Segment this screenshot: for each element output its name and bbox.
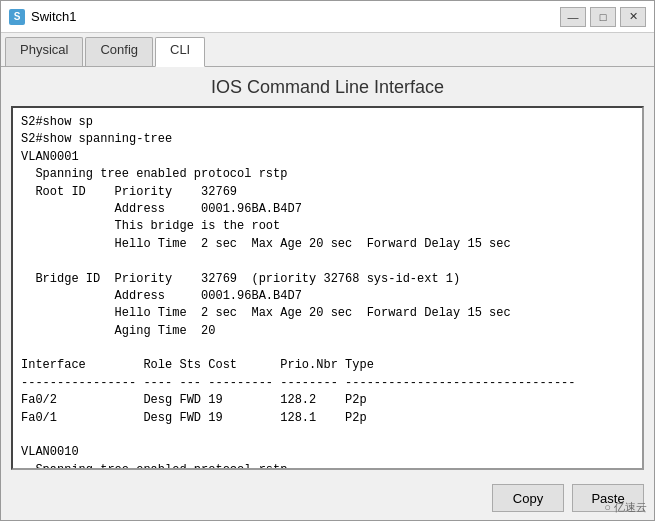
copy-button[interactable]: Copy bbox=[492, 484, 564, 512]
window-title: Switch1 bbox=[31, 9, 560, 24]
minimize-button[interactable]: — bbox=[560, 7, 586, 27]
tab-bar: Physical Config CLI bbox=[1, 33, 654, 67]
page-title: IOS Command Line Interface bbox=[1, 67, 654, 106]
title-bar: S Switch1 — □ ✕ bbox=[1, 1, 654, 33]
window-controls: — □ ✕ bbox=[560, 7, 646, 27]
app-icon: S bbox=[9, 9, 25, 25]
close-button[interactable]: ✕ bbox=[620, 7, 646, 27]
content-area: S2#show sp S2#show spanning-tree VLAN000… bbox=[1, 106, 654, 478]
bottom-bar: Copy Paste bbox=[1, 478, 654, 520]
watermark: ○ 亿速云 bbox=[604, 500, 647, 515]
maximize-button[interactable]: □ bbox=[590, 7, 616, 27]
tab-cli[interactable]: CLI bbox=[155, 37, 205, 67]
tab-physical[interactable]: Physical bbox=[5, 37, 83, 66]
main-window: S Switch1 — □ ✕ Physical Config CLI IOS … bbox=[0, 0, 655, 521]
terminal-output[interactable]: S2#show sp S2#show spanning-tree VLAN000… bbox=[11, 106, 644, 470]
tab-config[interactable]: Config bbox=[85, 37, 153, 66]
